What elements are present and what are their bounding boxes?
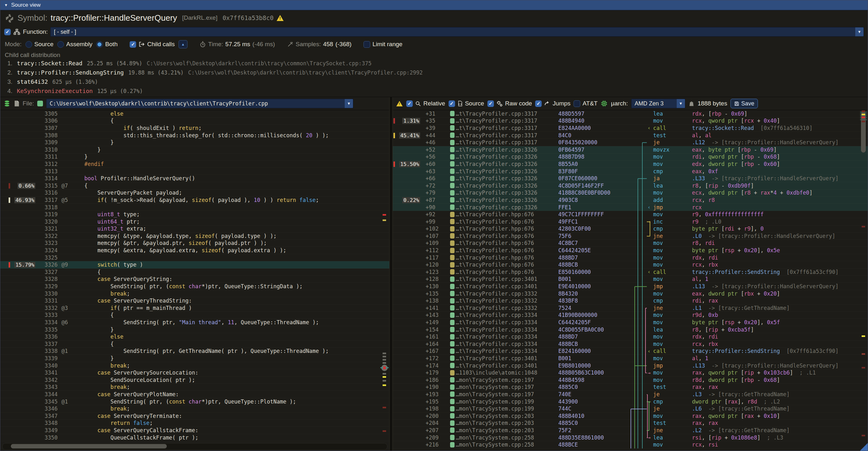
source-line[interactable]: 3321 uint32_t extra; (0, 226, 389, 233)
source-line[interactable]: 3311} (0, 153, 389, 161)
source-line[interactable]: 3327 { (0, 269, 389, 276)
asm-row[interactable]: +167…t\TracyProfiler.cpp:3334E824160000‹… (393, 348, 868, 355)
chevron-down-icon[interactable]: ▼ (855, 27, 864, 36)
asm-row[interactable]: +128…t\TracyProfiler.cpp:3401B001moval, … (393, 276, 868, 283)
relative-checkbox[interactable]: Relative (406, 100, 445, 107)
march-select[interactable]: AMD Zen 3 ▼ (631, 99, 685, 108)
att-checkbox[interactable]: AT&T (574, 100, 597, 107)
source-line[interactable]: 3333 { (0, 312, 389, 319)
asm-row[interactable]: +204…mon\TracySystem.cpp:2034885C0testra… (393, 420, 868, 427)
asm-row[interactable]: +198…mon\TracySystem.cpp:199744Cje.L6 ->… (393, 405, 868, 413)
source-line[interactable]: 3335 } (0, 326, 389, 333)
asm-row[interactable]: +190…mon\TracySystem.cpp:1974885C0testra… (393, 384, 868, 391)
source-line[interactable]: 0.66%3315@7{ (0, 182, 389, 189)
asm-row[interactable]: +72…t\TracyProfiler.cpp:33264C8D05F146F2… (393, 182, 868, 189)
source-line[interactable]: 3346 break; (0, 405, 389, 413)
asm-row[interactable]: +216…mon\TracySystem.cpp:258488BCEmovrcx… (393, 441, 868, 448)
source-line[interactable]: 3323 memcpy( &ptr, &payload.ptr, sizeof(… (0, 240, 389, 247)
source-vertical-scrollbar[interactable] (381, 110, 388, 442)
asm-row[interactable]: +66…t\TracyProfiler.cpp:33260F87CE060000… (393, 175, 868, 182)
collapse-icon[interactable]: ▼ (4, 3, 8, 7)
asm-row[interactable]: +154…t\TracyProfiler.cpp:33344C8D055FBA0… (393, 326, 868, 333)
asm-row[interactable]: +172…t\TracyProfiler.cpp:3401B001moval, … (393, 355, 868, 362)
source-line[interactable]: 3337 { (0, 340, 389, 348)
asm-row[interactable]: +117…t\TracyProfiler.hpp:676488BD7movrdx… (393, 254, 868, 262)
source-line[interactable]: 3331 case ServerQueryThreadString: (0, 297, 389, 304)
source-line[interactable]: 3314bool Profiler::HandleServerQuery() (0, 175, 389, 182)
mode-assembly-radio[interactable]: Assembly (57, 41, 92, 48)
asm-row[interactable]: +90…t\TracyProfiler.cpp:3326FFE1‹jmprcx (393, 204, 868, 211)
child-call-row[interactable]: 3.stat64i32625 µs (1.36%) (5, 78, 863, 88)
source-line[interactable]: 3348 return false; (0, 420, 389, 427)
asm-row[interactable]: +107…t\TracyProfiler.hpp:67675F6jne.L0 -… (393, 233, 868, 240)
save-button[interactable]: Save (731, 99, 758, 108)
source-line[interactable]: 3322 memcpy( &type, &payload.type, sizeo… (0, 233, 389, 240)
source-line[interactable]: 3345@1 SendString( ptr, (const char*)ptr… (0, 398, 389, 405)
asm-row[interactable]: +46…t\TracyProfiler.cpp:33170F8435020000… (393, 139, 868, 146)
asm-row[interactable]: +135…t\TracyProfiler.cpp:33328B4320movea… (393, 290, 868, 298)
asm-row[interactable]: +207…mon\TracySystem.cpp:20375F2jne.L2 -… (393, 427, 868, 434)
asm-row[interactable]: +174…t\TracyProfiler.cpp:3401E9B8010000j… (393, 362, 868, 369)
asm-row[interactable]: +138…t\TracyProfiler.cpp:3332483BF8cmprd… (393, 297, 868, 304)
source-line[interactable]: 3318 (0, 204, 389, 211)
source-line[interactable]: 3344 case ServerQueryPlotName: (0, 391, 389, 398)
pane-splitter[interactable] (390, 97, 393, 451)
asm-row[interactable]: +109…t\TracyProfiler.hpp:6764C8BC7movr8,… (393, 240, 868, 247)
asm-row[interactable]: +209…mon\TracySystem.cpp:258488D35E88610… (393, 434, 868, 442)
asm-source-checkbox[interactable]: Source (448, 100, 484, 107)
asm-row[interactable]: +130…t\TracyProfiler.cpp:3401E9E4010000j… (393, 283, 868, 290)
asm-row[interactable]: +195…mon\TracySystem.cpp:199443900→cmpdw… (393, 398, 868, 405)
source-line[interactable]: 3334@6 SendString( ptr, "Main thread", 1… (0, 319, 389, 326)
source-line[interactable]: 3336 else (0, 333, 389, 340)
asm-row[interactable]: +179…1103\include\atomic:1048488B05B63C1… (393, 369, 868, 377)
asm-row[interactable]: +143…t\TracyProfiler.cpp:333441B90B00000… (393, 312, 868, 319)
source-line[interactable]: 3325 (0, 254, 389, 262)
asm-row[interactable]: +99…t\TracyProfiler.hpp:67649FFC1→incr9 … (393, 218, 868, 226)
asm-row[interactable]: +92…t\TracyProfiler.hpp:67649C7C1FFFFFFF… (393, 211, 868, 218)
source-line[interactable]: 3349 case ServerQueryCallstackFrame: (0, 427, 389, 434)
source-line[interactable]: 3347 case ServerQueryTerminate: (0, 413, 389, 420)
asm-row[interactable]: +161…t\TracyProfiler.cpp:3334488BD7movrd… (393, 333, 868, 340)
chevron-down-icon[interactable]: ▼ (677, 99, 685, 108)
scroll-knob[interactable] (381, 365, 388, 371)
source-line[interactable]: 3319 uint8_t type; (0, 211, 389, 218)
asm-row[interactable]: 15.50%+60…t\TracyProfiler.cpp:33268B55A0… (393, 160, 868, 168)
asm-row[interactable]: +186…mon\TracySystem.cpp:197448B4598movr… (393, 377, 868, 384)
limit-range-checkbox[interactable]: Limit range (364, 41, 402, 48)
source-line[interactable]: 3310 } (0, 146, 389, 153)
source-line[interactable]: 3332@3 if( ptr == m_mainThread ) (0, 304, 389, 312)
asm-row[interactable]: +200…mon\TracySystem.cpp:203488B4010movr… (393, 413, 868, 420)
source-line[interactable]: 3343 break; (0, 384, 389, 391)
asm-row[interactable]: +63…t\TracyProfiler.cpp:332683F80Fcmpeax… (393, 168, 868, 175)
mode-source-radio[interactable]: Source (26, 41, 54, 48)
source-line[interactable]: 3340 break; (0, 362, 389, 369)
collapse-child-calls-button[interactable]: ▲ (179, 40, 187, 49)
child-calls-checkbox[interactable]: Child calls (129, 41, 175, 48)
source-line[interactable]: 3309 } (0, 139, 389, 146)
source-line[interactable]: 3329 SendString( ptr, (const char*)ptr, … (0, 283, 389, 290)
child-call-row[interactable]: 4.KeSynchronizeExecution125 µs (0.27%) (5, 88, 863, 97)
source-line[interactable]: 3307 if( shouldExit ) return; (0, 124, 389, 132)
jumps-checkbox[interactable]: Jumps (535, 100, 570, 107)
assembly-vertical-scrollbar[interactable] (860, 110, 867, 449)
asm-row[interactable]: +39…t\TracyProfiler.cpp:3317E824AA0000‹c… (393, 124, 868, 132)
asm-row[interactable]: +120…t\TracyProfiler.hpp:676488BCBmovrcx… (393, 261, 868, 269)
source-line[interactable]: 3308 std::this_thread::sleep_for( std::c… (0, 132, 389, 139)
asm-row[interactable]: +102…t\TracyProfiler.hpp:67642803C0F00cm… (393, 226, 868, 233)
asm-row[interactable]: 0.22%+87…t\TracyProfiler.cpp:33264903C8a… (393, 197, 868, 204)
source-line[interactable]: 3341 case ServerQuerySourceLocation: (0, 369, 389, 377)
asm-row[interactable]: 1.31%+35…t\TracyProfiler.cpp:3317488B494… (393, 118, 868, 125)
source-line[interactable]: 3320 uint64_t ptr; (0, 218, 389, 226)
chevron-down-icon[interactable]: ▼ (345, 99, 353, 108)
raw-code-checkbox[interactable]: Raw code (487, 100, 532, 107)
source-line[interactable]: 3312#endif (0, 160, 389, 168)
source-line[interactable]: 3313 (0, 168, 389, 175)
child-call-row[interactable]: 2.tracy::Profiler::SendLongString19.88 m… (5, 69, 863, 78)
source-line[interactable]: 3338@1 SendString( ptr, GetThreadName( p… (0, 348, 389, 355)
asm-row[interactable]: +56…t\TracyProfiler.cpp:3326488B7D98movr… (393, 153, 868, 161)
asm-row[interactable]: +149…t\TracyProfiler.cpp:3334C64424205Fm… (393, 319, 868, 326)
source-line[interactable]: 46.93%3317@5 if( !m_sock->Read( &payload… (0, 197, 389, 204)
source-line[interactable]: 3328 case ServerQueryString: (0, 276, 389, 283)
source-line[interactable]: 15.79%3326@9 switch( type ) (0, 261, 389, 269)
function-checkbox[interactable] (4, 29, 11, 35)
